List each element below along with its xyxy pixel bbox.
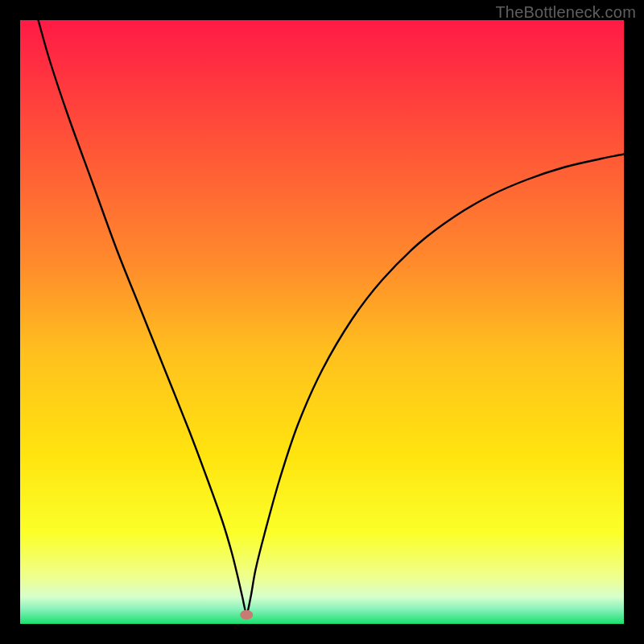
- gradient-background: [20, 20, 624, 624]
- chart-svg: [20, 20, 624, 624]
- watermark-text: TheBottleneck.com: [495, 3, 636, 22]
- chart-stage: TheBottleneck.com: [0, 0, 644, 644]
- optimum-marker: [240, 610, 253, 620]
- plot-area: [20, 20, 624, 624]
